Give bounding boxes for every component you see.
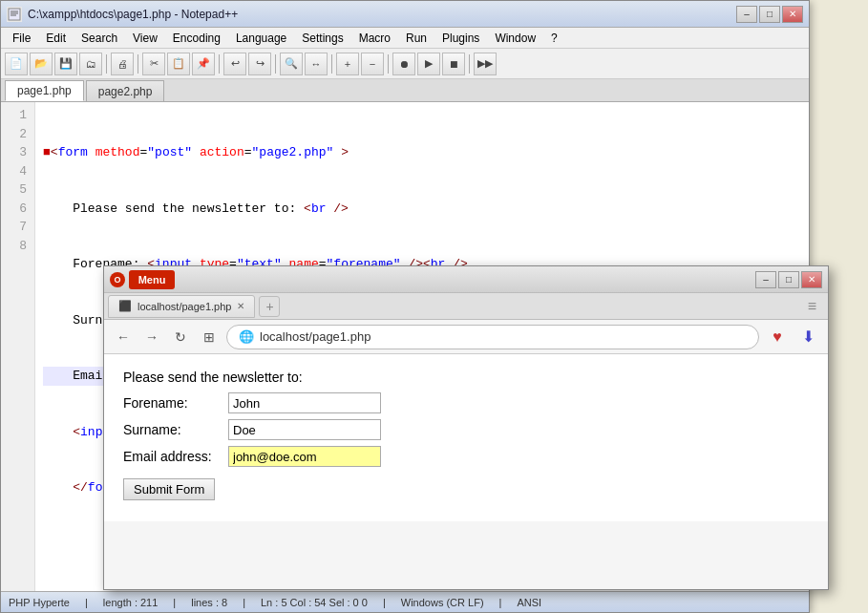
notepad-tabs: page1.php page2.php (1, 79, 809, 102)
notepad-titlebar: C:\xampp\htdocs\page1.php - Notepad++ – … (1, 1, 809, 28)
surname-input[interactable] (228, 419, 381, 440)
toolbar-zoom-in[interactable]: + (336, 53, 359, 75)
code-line-1: ■<form method="post" action="page2.php" … (43, 143, 801, 162)
forename-row: Forename: (123, 392, 809, 413)
opera-tab-menu-icon[interactable]: ≡ (808, 298, 824, 315)
code-line-2: Please send the newsletter to: <br /> (43, 200, 801, 219)
opera-heart-button[interactable]: ♥ (765, 325, 790, 349)
statusbar-encoding: ANSI (517, 597, 541, 608)
statusbar-sep2: | (173, 597, 176, 608)
toolbar-redo[interactable]: ↪ (248, 53, 271, 75)
opera-address-box[interactable]: 🌐 localhost/page1.php (226, 325, 759, 349)
toolbar-copy[interactable]: 📋 (167, 53, 190, 75)
toolbar-sep-1 (106, 54, 107, 74)
toolbar-save[interactable]: 💾 (54, 53, 77, 75)
menu-file[interactable]: File (5, 30, 38, 47)
toolbar-sep-3 (219, 54, 220, 74)
menu-plugins[interactable]: Plugins (434, 30, 487, 47)
opera-addressbar: ← → ↻ ⊞ 🌐 localhost/page1.php ♥ ⬇ (104, 320, 828, 354)
toolbar-macro-stop[interactable]: ⏹ (442, 53, 465, 75)
opera-download-button[interactable]: ⬇ (795, 325, 820, 349)
surname-label: Surname: (123, 422, 228, 437)
notepad-minimize-button[interactable]: – (736, 6, 757, 23)
tab-page2[interactable]: page2.php (86, 80, 165, 101)
toolbar-print[interactable]: 🖨 (111, 53, 134, 75)
opera-menu-button[interactable]: Menu (129, 270, 175, 289)
opera-tabs-button[interactable]: ⊞ (198, 326, 221, 349)
tab-page1[interactable]: page1.php (5, 80, 84, 101)
opera-titlebar: O Menu – □ ✕ (104, 266, 828, 293)
statusbar-sep3: | (243, 597, 245, 608)
email-row: Email address: (123, 446, 809, 467)
menu-window[interactable]: Window (487, 30, 543, 47)
menu-view[interactable]: View (125, 30, 165, 47)
notepad-close-button[interactable]: ✕ (782, 6, 803, 23)
opera-logo-icon: O (110, 272, 125, 287)
toolbar-save-all[interactable]: 🗂 (79, 53, 102, 75)
toolbar-zoom-out[interactable]: − (361, 53, 384, 75)
forename-label: Forename: (123, 395, 228, 411)
surname-row: Surname: (123, 419, 809, 440)
opera-globe-icon: 🌐 (239, 329, 254, 344)
statusbar-lineending: Windows (CR LF) (401, 597, 484, 608)
notepad-statusbar: PHP Hyperte | length : 211 | lines : 8 |… (1, 591, 809, 612)
opera-forward-button[interactable]: → (140, 326, 163, 349)
opera-maximize-button[interactable]: □ (778, 271, 799, 288)
toolbar-find[interactable]: 🔍 (280, 53, 303, 75)
opera-page-content: Please send the newsletter to: Forename:… (104, 354, 828, 521)
opera-close-button[interactable]: ✕ (801, 271, 822, 288)
menu-encoding[interactable]: Encoding (165, 30, 228, 47)
toolbar-undo[interactable]: ↩ (223, 53, 246, 75)
toolbar-replace[interactable]: ↔ (305, 53, 328, 75)
email-label: Email address: (123, 449, 228, 464)
toolbar-macro[interactable]: ⏺ (392, 53, 415, 75)
opera-new-tab-button[interactable]: + (259, 296, 280, 317)
opera-window: O Menu – □ ✕ ⬛ localhost/page1.php ✕ + ≡… (103, 265, 829, 590)
toolbar-sep-4 (275, 54, 276, 74)
toolbar-sep-2 (138, 54, 138, 74)
submit-row: Submit Form (123, 473, 809, 500)
opera-tab-close-button[interactable]: ✕ (237, 301, 244, 311)
forename-input[interactable] (228, 392, 381, 413)
toolbar-paste[interactable]: 📌 (192, 53, 215, 75)
toolbar-macro-play[interactable]: ▶ (417, 53, 440, 75)
statusbar-sep: | (85, 597, 88, 608)
opera-tab-label: localhost/page1.php (138, 301, 231, 312)
opera-tab-icon: ⬛ (118, 300, 132, 312)
opera-window-controls: – □ ✕ (755, 271, 822, 288)
opera-back-button[interactable]: ← (112, 326, 135, 349)
notepad-icon (7, 7, 22, 22)
statusbar-position: Ln : 5 Col : 54 Sel : 0 0 (261, 597, 368, 608)
line-numbers: 1 2 3 4 5 6 7 8 (1, 102, 35, 591)
opera-minimize-button[interactable]: – (755, 271, 776, 288)
menu-macro[interactable]: Macro (351, 30, 398, 47)
statusbar-lines: lines : 8 (191, 597, 227, 608)
menu-search[interactable]: Search (74, 30, 125, 47)
statusbar-sep5: | (499, 597, 502, 608)
statusbar-length: length : 211 (103, 597, 159, 608)
menu-run[interactable]: Run (398, 30, 434, 47)
toolbar-cut[interactable]: ✂ (142, 53, 165, 75)
svg-rect-0 (9, 9, 20, 20)
opera-reload-button[interactable]: ↻ (169, 326, 192, 349)
toolbar-new[interactable]: 📄 (5, 53, 28, 75)
opera-tab-page1[interactable]: ⬛ localhost/page1.php ✕ (108, 295, 255, 318)
toolbar-sep-5 (331, 54, 332, 74)
email-input[interactable] (228, 446, 381, 467)
menu-settings[interactable]: Settings (294, 30, 350, 47)
statusbar-lang: PHP Hyperte (9, 597, 70, 608)
submit-button[interactable]: Submit Form (123, 478, 215, 500)
toolbar-open[interactable]: 📂 (30, 53, 53, 75)
notepad-window-controls: – □ ✕ (736, 6, 803, 23)
menu-help[interactable]: ? (543, 30, 565, 47)
notepad-toolbar: 📄 📂 💾 🗂 🖨 ✂ 📋 📌 ↩ ↪ 🔍 ↔ + − ⏺ ▶ ⏹ ▶▶ (1, 49, 809, 79)
menu-language[interactable]: Language (228, 30, 294, 47)
page-heading: Please send the newsletter to: (123, 370, 809, 385)
toolbar-run[interactable]: ▶▶ (474, 53, 497, 75)
notepad-title: C:\xampp\htdocs\page1.php - Notepad++ (28, 8, 736, 21)
statusbar-sep4: | (383, 597, 386, 608)
notepad-maximize-button[interactable]: □ (759, 6, 780, 23)
menu-edit[interactable]: Edit (38, 30, 74, 47)
opera-tabbar: ⬛ localhost/page1.php ✕ + ≡ (104, 293, 828, 320)
toolbar-sep-6 (388, 54, 389, 74)
